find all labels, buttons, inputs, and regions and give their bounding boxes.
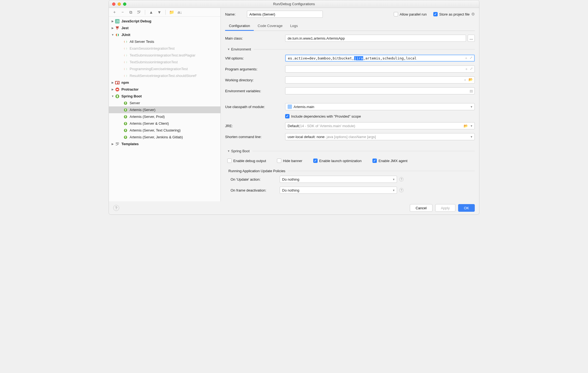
expand-icon[interactable]: ⤢ bbox=[470, 67, 473, 71]
tree-item-artemis-server-prod[interactable]: Artemis (Server, Prod) bbox=[109, 113, 220, 120]
tree-item-artemis-jenkins-gitlab[interactable]: Artemis (Server, Jenkins & Gitlab) bbox=[109, 134, 220, 141]
program-arguments-input[interactable]: ＋⤢ bbox=[285, 65, 475, 73]
jre-select[interactable]: Default (14 - SDK of 'Artemis.main' modu… bbox=[285, 122, 475, 129]
apply-button[interactable]: Apply bbox=[435, 204, 456, 212]
tree-group-js-debug[interactable]: ▶JSJavaScript Debug bbox=[109, 18, 220, 25]
tree-group-templates[interactable]: ▶Templates bbox=[109, 141, 220, 147]
classpath-label: Use classpath of module: bbox=[225, 105, 285, 109]
spring-item-icon bbox=[123, 101, 128, 106]
junit-item-icon bbox=[123, 67, 128, 71]
program-arguments-label: Program arguments: bbox=[225, 67, 285, 71]
tree-item-artemis-server-client[interactable]: Artemis (Server & Client) bbox=[109, 120, 220, 127]
move-up-icon[interactable]: ▲ bbox=[149, 10, 153, 14]
help-icon[interactable]: ? bbox=[399, 188, 404, 192]
enable-debug-output-checkbox[interactable] bbox=[227, 159, 232, 163]
protractor-icon bbox=[115, 87, 120, 92]
junit-item-icon bbox=[123, 60, 128, 65]
tree-item-all-server-tests[interactable]: All Server Tests bbox=[109, 38, 220, 45]
sort-icon[interactable]: a↓ bbox=[178, 10, 182, 14]
gear-icon[interactable]: ⚙ bbox=[471, 12, 475, 17]
spring-item-icon bbox=[123, 114, 128, 119]
main-class-input[interactable]: de.tum.in.www1.artemis.ArtemisApp bbox=[285, 35, 466, 42]
name-input[interactable] bbox=[247, 11, 323, 18]
vm-options-input[interactable]: es.active=dev,bamboo,bitbucket,jira,arte… bbox=[285, 55, 475, 62]
tree-group-protractor[interactable]: ▶Protractor bbox=[109, 86, 220, 93]
enable-jmx-agent-label: Enable JMX agent bbox=[378, 159, 407, 163]
insert-icon[interactable]: ＋ bbox=[464, 56, 468, 61]
chevron-down-icon: ▼ bbox=[470, 124, 473, 127]
insert-icon[interactable]: ＋ bbox=[465, 67, 468, 71]
allow-parallel-run-checkbox[interactable] bbox=[394, 12, 398, 16]
add-configuration-icon[interactable]: ＋ bbox=[112, 10, 117, 14]
tree-item-server[interactable]: Server bbox=[109, 100, 220, 106]
tree-item-result-service[interactable]: ResultServiceIntegrationTest.shouldStore… bbox=[109, 72, 220, 79]
expand-icon[interactable]: ⤢ bbox=[470, 56, 473, 61]
include-provided-label: Include dependencies with "Provided" sco… bbox=[291, 114, 361, 118]
browse-folder-icon[interactable]: 📂 bbox=[464, 124, 468, 128]
tree-group-jest[interactable]: ▶Jest bbox=[109, 25, 220, 31]
spring-boot-section-header[interactable]: ▼Spring Boot bbox=[227, 149, 475, 153]
tree-item-artemis-server[interactable]: Artemis (Server) bbox=[109, 106, 220, 113]
working-directory-input[interactable]: ＋📂 bbox=[285, 76, 475, 83]
configurations-tree[interactable]: ▶JSJavaScript Debug ▶Jest ▼JUnit All Ser… bbox=[109, 17, 220, 201]
spring-item-icon bbox=[123, 121, 128, 126]
on-frame-deactivation-label: On frame deactivation: bbox=[225, 188, 280, 192]
on-frame-deactivation-select[interactable]: Do nothing▼ bbox=[280, 187, 397, 194]
zoom-window-button[interactable] bbox=[123, 2, 126, 6]
junit-item-icon bbox=[123, 73, 128, 78]
new-folder-icon[interactable]: 📁 bbox=[169, 10, 174, 14]
enable-debug-output-label: Enable debug output bbox=[233, 159, 266, 163]
store-as-project-file-checkbox[interactable] bbox=[433, 12, 438, 16]
tree-item-programming-exercise[interactable]: ProgrammingExerciseIntegrationTest bbox=[109, 65, 220, 72]
window-title: Run/Debug Configurations bbox=[112, 2, 476, 6]
ok-button[interactable]: OK bbox=[458, 204, 475, 212]
shorten-command-label: Shorten command line: bbox=[225, 135, 285, 139]
sidebar-toolbar: ＋ － ⧉ ▲ ▼ 📁 a↓ bbox=[109, 8, 220, 17]
browse-folder-icon[interactable]: 📂 bbox=[468, 77, 473, 82]
shorten-command-select[interactable]: user-local default: none - java [options… bbox=[285, 133, 475, 140]
tree-item-text-submission-plagiar[interactable]: TextSubmissionIntegrationTest.testPlagia… bbox=[109, 52, 220, 59]
copy-configuration-icon[interactable]: ⧉ bbox=[129, 10, 133, 14]
tree-group-spring-boot[interactable]: ▼Spring Boot bbox=[109, 93, 220, 100]
main-class-browse-button[interactable]: … bbox=[468, 35, 475, 42]
module-icon bbox=[288, 105, 292, 109]
chevron-down-icon: ▼ bbox=[392, 189, 395, 192]
tab-logs[interactable]: Logs bbox=[286, 22, 302, 31]
help-icon[interactable]: ? bbox=[399, 177, 404, 181]
edit-templates-icon[interactable] bbox=[137, 10, 141, 14]
remove-configuration-icon[interactable]: － bbox=[120, 10, 125, 14]
enable-jmx-agent-checkbox[interactable] bbox=[372, 159, 377, 163]
tree-item-artemis-text-clustering[interactable]: Artemis (Server, Text Clustering) bbox=[109, 127, 220, 134]
list-icon[interactable]: ▤ bbox=[470, 89, 473, 93]
cancel-button[interactable]: Cancel bbox=[410, 204, 432, 212]
insert-icon[interactable]: ＋ bbox=[463, 77, 467, 82]
include-provided-checkbox[interactable] bbox=[285, 114, 289, 118]
move-down-icon[interactable]: ▼ bbox=[157, 10, 162, 14]
tree-group-npm[interactable]: ▶npm bbox=[109, 79, 220, 86]
tree-group-junit[interactable]: ▼JUnit bbox=[109, 31, 220, 38]
on-update-action-select[interactable]: Do nothing▼ bbox=[280, 176, 397, 183]
tab-code-coverage[interactable]: Code Coverage bbox=[254, 22, 286, 31]
junit-item-icon bbox=[123, 53, 128, 58]
spring-item-icon bbox=[123, 108, 128, 112]
chevron-down-icon: ▼ bbox=[470, 135, 473, 138]
close-window-button[interactable] bbox=[112, 2, 115, 6]
tab-configuration[interactable]: Configuration bbox=[225, 22, 254, 31]
enable-launch-optimization-checkbox[interactable] bbox=[313, 159, 318, 163]
classpath-module-select[interactable]: Artemis.main▼ bbox=[285, 103, 475, 110]
main-class-label: Main class: bbox=[225, 36, 285, 40]
environment-section-header[interactable]: ▼Environment bbox=[227, 47, 475, 51]
junit-icon bbox=[115, 32, 120, 37]
junit-item-icon bbox=[123, 39, 128, 44]
store-as-project-file-label: Store as project file bbox=[439, 12, 470, 16]
npm-icon bbox=[115, 80, 120, 85]
minimize-window-button[interactable] bbox=[118, 2, 121, 6]
help-button[interactable]: ? bbox=[113, 205, 119, 211]
tree-item-text-submission[interactable]: TextSubmissionIntegrationTest bbox=[109, 59, 220, 65]
run-debug-configurations-dialog: Run/Debug Configurations ＋ － ⧉ ▲ ▼ 📁 a↓ … bbox=[109, 0, 479, 215]
environment-variables-input[interactable]: ▤ bbox=[285, 87, 475, 94]
svg-rect-3 bbox=[117, 82, 118, 84]
tree-item-exam-session[interactable]: ExamSessionIntegrationTest bbox=[109, 45, 220, 52]
hide-banner-checkbox[interactable] bbox=[277, 159, 281, 163]
configurations-sidebar: ＋ － ⧉ ▲ ▼ 📁 a↓ ▶JSJavaScript Debug ▶Jest… bbox=[109, 8, 221, 201]
